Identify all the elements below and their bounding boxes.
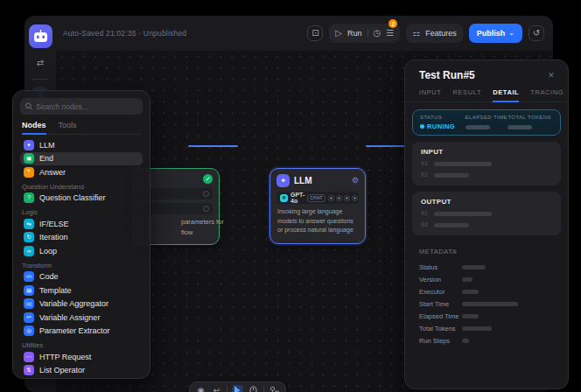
pointer-mode-icon[interactable] — [232, 385, 243, 392]
checklist-icon[interactable]: ☰ — [386, 29, 394, 38]
variable-icon — [203, 191, 209, 197]
chat-tag: CHAT — [307, 194, 325, 202]
version-history-icon[interactable]: ↺ — [528, 25, 544, 41]
llm-node-title: LLM — [294, 176, 312, 186]
skeleton-line — [462, 265, 486, 270]
line-number: 01 — [421, 211, 428, 217]
node-panel-tabs: Nodes Tools — [22, 121, 141, 135]
skeleton-line — [462, 314, 479, 318]
question-classifier-icon: ? — [24, 192, 34, 203]
section-utilities: Utilities — [20, 340, 143, 350]
capability-badges — [328, 195, 358, 201]
tab-detail[interactable]: DETAIL — [493, 88, 519, 102]
elapsed-placeholder — [466, 125, 490, 130]
publish-button[interactable]: Publish ⌄ — [469, 24, 522, 43]
llm-node-icon: ✦ — [276, 174, 290, 187]
publish-label: Publish — [477, 29, 506, 38]
node-item-iteration[interactable]: ↻ Iteration — [20, 231, 143, 245]
node-item-http-request[interactable]: ⋯ HTTP Request — [20, 350, 143, 364]
tab-nodes[interactable]: Nodes — [22, 121, 46, 135]
output-title: OUTPUT — [421, 198, 552, 206]
run-panel-tabs: INPUT RESULT DETAIL TRACING — [405, 81, 568, 102]
llm-node[interactable]: ✦ LLM ⚙ ❋ GPT-4o CHAT Invoking large lan… — [270, 168, 366, 244]
skeleton-line — [434, 223, 469, 228]
gear-icon[interactable]: ⚙ — [352, 177, 359, 185]
history-clock-icon[interactable]: ◷ — [374, 29, 382, 38]
end-icon: ▣ — [24, 153, 34, 164]
tab-tools[interactable]: Tools — [59, 121, 77, 134]
run-group: ▷ Run ◷ ☰ 2 — [329, 24, 400, 43]
gpt4o-icon: ❋ — [280, 194, 288, 202]
metadata-row-version: Version — [419, 273, 554, 285]
run-play-icon[interactable]: ▷ — [335, 29, 342, 38]
search-input[interactable] — [36, 102, 137, 111]
close-icon[interactable]: ✕ — [545, 69, 557, 81]
template-icon: ▤ — [24, 285, 34, 296]
metadata-row-run-steps: Run Steps — [419, 334, 554, 346]
total-tokens-label: TOTAL TOKENS — [508, 115, 553, 120]
node-item-variable-aggregator[interactable]: (x) Variable Aggregator — [20, 298, 143, 312]
metadata-row-total-tokens: Total Tokens — [419, 322, 554, 334]
search-box[interactable] — [20, 98, 143, 115]
skeleton-line — [462, 326, 492, 331]
hand-mode-icon[interactable] — [248, 385, 259, 392]
node-item-llm[interactable]: ✦ LLM — [20, 138, 143, 152]
node-item-end[interactable]: ▣ End — [20, 152, 143, 166]
capability-badge-icon — [352, 195, 358, 201]
output-card: OUTPUT 01 02 — [412, 192, 561, 235]
metadata-row-start-time: Start Time — [419, 298, 554, 310]
input-card: INPUT 01 02 — [412, 142, 561, 186]
skeleton-line — [462, 339, 469, 343]
run-button[interactable]: Run — [347, 29, 362, 38]
metadata-title: METADATA — [419, 248, 554, 256]
elapsed-time-label: ELAPSED TIME — [466, 115, 508, 120]
node-item-template[interactable]: ▤ Template — [20, 284, 143, 298]
features-button[interactable]: ⚏ Features — [406, 24, 463, 43]
node-item-parameter-extractor[interactable]: ◎ Parameter Extractor — [20, 325, 143, 339]
tab-input[interactable]: INPUT — [419, 88, 442, 102]
metadata-row-executor: Executor — [419, 285, 554, 298]
features-label: Features — [425, 29, 457, 38]
shortcuts-icon[interactable]: ⇄ — [32, 55, 48, 71]
map-control-icon[interactable]: ◉ — [195, 385, 206, 392]
skeleton-line — [434, 162, 492, 166]
status-card: STATUS RUNING ELAPSED TIME TOTAL TOKENS — [412, 109, 561, 136]
edge-start-llm — [188, 145, 238, 147]
test-run-panel: Test Run#5 ✕ INPUT RESULT DETAIL TRACING… — [404, 60, 569, 389]
divider — [263, 386, 264, 392]
node-item-question-classifier[interactable]: ? Question Classifier — [20, 192, 143, 206]
model-selector[interactable]: ❋ GPT-4o CHAT — [276, 192, 359, 204]
panel-toggle-icon[interactable]: ⊡ — [307, 25, 323, 41]
section-transform: Transform — [20, 260, 143, 270]
app-logo-icon[interactable] — [29, 24, 52, 48]
iteration-icon: ↻ — [24, 232, 34, 242]
skeleton-line — [434, 173, 469, 178]
node-item-loop[interactable]: ∞ Loop — [20, 244, 143, 258]
autosave-status: Auto-Saved 21:02:35 · Unpublished — [63, 29, 186, 38]
chevron-down-icon: ⌄ — [508, 30, 514, 37]
metadata-row-elapsed-time: Elapsed Time — [419, 310, 554, 322]
loop-icon: ∞ — [24, 246, 34, 256]
line-number: 01 — [421, 161, 428, 167]
tab-result[interactable]: RESULT — [453, 88, 482, 102]
variable-aggregator-icon: (x) — [24, 298, 34, 309]
organize-icon[interactable] — [269, 385, 280, 392]
capability-badge-icon — [336, 195, 342, 201]
canvas-toolbar: ◉ ↩ — [189, 382, 286, 392]
list-operator-icon: ⇅ — [24, 365, 34, 375]
edge-llm-end — [366, 145, 406, 147]
undo-icon[interactable]: ↩ — [211, 385, 222, 392]
success-check-icon: ✓ — [203, 174, 213, 184]
node-item-answer[interactable]: ❞ Answer — [20, 165, 143, 179]
model-name: GPT-4o — [290, 192, 304, 204]
variable-icon — [203, 206, 209, 212]
node-item-variable-assigner[interactable]: x= Variable Assigner — [20, 311, 143, 325]
node-item-list-operator[interactable]: ⇅ List Operator — [20, 364, 143, 378]
top-bar: Auto-Saved 21:02:35 · Unpublished ⊡ ▷ Ru… — [56, 16, 553, 51]
node-item-code[interactable]: </> Code — [20, 270, 143, 284]
tab-tracing[interactable]: TRACING — [530, 88, 564, 102]
llm-icon: ✦ — [24, 140, 34, 150]
line-number: 02 — [421, 222, 428, 228]
http-request-icon: ⋯ — [24, 352, 34, 362]
node-item-ifelse[interactable]: ⇆ IF/ELSE — [20, 217, 143, 231]
